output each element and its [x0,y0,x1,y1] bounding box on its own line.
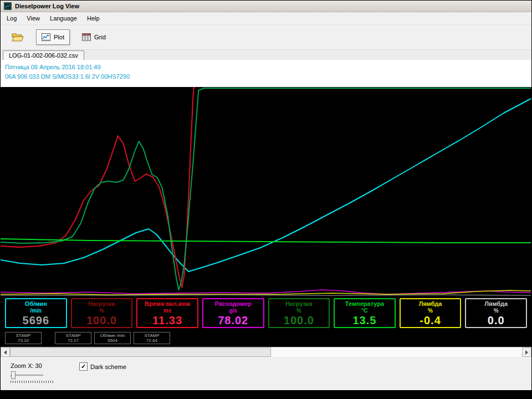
param-load[interactable]: Нагрузка % 100.0 [268,298,330,328]
scroll-right-icon [525,350,528,355]
param-value: 13.5 [335,314,395,327]
zoom-group: Zoom X: 30 [11,362,55,383]
param-label: Время вкл.инж [137,300,197,308]
param-unit: % [269,308,329,314]
scroll-left-icon [4,350,7,355]
stamp-value: 72.17 [57,338,90,343]
control-panel: Zoom X: 30 ✓ Dark scheme [1,357,531,390]
zoom-slider-thumb[interactable] [11,371,16,379]
log-datetime: Пятница 08 Апрель 2016 18:01:49 [5,63,531,72]
param-unit: ms [137,308,197,314]
menubar: Log View Language Help [1,12,531,25]
plot-icon [42,33,50,41]
menu-item-view[interactable]: View [22,13,45,24]
param-label: Нагрузка [269,300,329,308]
ecu-info: 06A 906 033 DM SIMOS33 1.6l 2V 00HS7290 [5,72,531,81]
stamp-box[interactable]: STAMP 73.10 [5,332,42,344]
param-label: Лямбда [401,300,461,308]
stamp-value: 73.10 [7,338,40,343]
param-rpm[interactable]: Об/мин /min 5696 [5,298,67,328]
param-label: Об/мин [6,300,66,308]
stamp-label: STAMP [57,333,90,338]
dark-scheme-label: Dark scheme [90,364,126,370]
param-label: Температура [335,300,395,308]
zoom-label: Zoom X: 30 [11,362,55,369]
param-label: Нагрузка [72,300,132,308]
param-unit: % [401,308,461,314]
menu-item-help[interactable]: Help [82,13,105,24]
stamp-value: 5504 [96,338,129,343]
param-value: 100.0 [269,314,329,327]
param-value: 100.0 [72,314,132,327]
param-lambda-2[interactable]: Лямбда % 0.0 [465,298,527,328]
tab-log-file[interactable]: LOG-01-002-006-032.csv [3,50,84,60]
param-flow-meter[interactable]: Расходомер g/s 78.02 [202,298,264,328]
scroll-right-button[interactable] [522,347,531,357]
open-file-button[interactable] [6,28,29,46]
toolbar: Plot Grid [1,25,531,50]
zoom-slider[interactable] [11,371,55,380]
plot-button-label: Plot [54,34,64,40]
stamp-box[interactable]: STAMP 72.64 [134,332,170,344]
param-temperature[interactable]: Температура °C 13.5 [334,298,396,328]
tab-label: LOG-01-002-006-032.csv [9,52,78,59]
plot-button[interactable]: Plot [36,29,70,45]
menu-item-language[interactable]: Language [45,13,82,24]
info-panel: Пятница 08 Апрель 2016 18:01:49 06A 906 … [1,60,531,87]
scroll-left-button[interactable] [1,347,10,357]
stamp-box[interactable]: STAMP 72.17 [55,332,91,344]
stamp-row: STAMP 73.10 STAMP 72.17 Об/мин /min 5504… [1,331,531,347]
zoom-slider-track[interactable] [11,375,44,377]
param-lambda-1[interactable]: Лямбда % -0.4 [400,298,462,328]
stamp-label: Об/мин /min [96,333,129,338]
zoom-slider-ticks [11,381,55,383]
param-unit: % [72,308,132,314]
plot-canvas[interactable] [1,87,531,296]
titlebar[interactable]: Dieselpower Log View [1,1,531,12]
app-window: Dieselpower Log View Log View Language H… [0,0,532,399]
stamp-label: STAMP [7,333,40,338]
param-row: Об/мин /min 5696 Нагрузка % 100.0 Время … [1,296,531,331]
param-unit: °C [335,308,395,314]
param-value: 11.33 [137,314,197,327]
tab-strip: LOG-01-002-006-032.csv [1,50,531,60]
param-value: 0.0 [466,314,526,327]
param-load-dim[interactable]: Нагрузка % 100.0 [71,298,133,328]
app-icon [4,2,12,10]
grid-button[interactable]: Grid [76,29,111,45]
plot-area[interactable] [1,87,531,296]
param-unit: g/s [203,308,263,314]
checkmark-icon: ✓ [81,363,86,370]
param-value: 5696 [6,314,66,327]
bottom-bar [1,390,531,398]
horizontal-scrollbar[interactable] [1,347,531,357]
grid-icon [82,33,91,41]
grid-button-label: Grid [94,34,106,40]
param-inject-time[interactable]: Время вкл.инж ms 11.33 [136,298,198,328]
param-label: Лямбда [466,300,526,308]
dark-scheme-checkbox[interactable]: ✓ Dark scheme [79,362,126,371]
stamp-value: 72.64 [135,338,168,343]
stamp-label: STAMP [135,333,168,338]
open-folder-icon [12,32,24,42]
param-unit: /min [6,308,66,314]
menu-item-log[interactable]: Log [2,13,22,24]
param-unit: % [466,308,526,314]
checkbox-box[interactable]: ✓ [79,362,88,371]
scrollbar-thumb[interactable] [10,347,271,357]
param-value: -0.4 [401,314,461,327]
param-label: Расходомер [203,300,263,308]
stamp-box[interactable]: Об/мин /min 5504 [94,332,131,344]
param-value: 78.02 [203,314,263,327]
window-title: Dieselpower Log View [15,3,79,9]
